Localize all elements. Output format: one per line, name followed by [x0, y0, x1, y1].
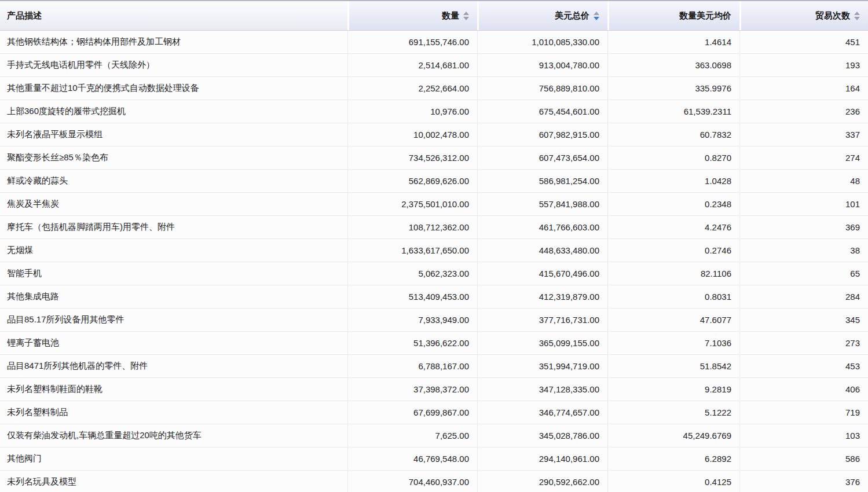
sort-desc-icon[interactable]: [463, 17, 469, 20]
cell-product-description: 未列名塑料制品: [0, 401, 347, 424]
cell-usd-total: 294,140,961.00: [477, 447, 607, 470]
cell-avg-unit-price: 1.4614: [607, 31, 739, 53]
cell-avg-unit-price: 47.6077: [607, 309, 739, 331]
cell-avg-unit-price: 9.2819: [607, 378, 739, 401]
table-row: 品目85.17所列设备用其他零件 7,933,949.00 377,716,73…: [0, 309, 868, 332]
cell-product-description: 鲜或冷藏的蒜头: [0, 170, 347, 192]
cell-quantity: 67,699,867.00: [347, 401, 477, 424]
column-header-label: 贸易次数: [815, 10, 850, 21]
table-row: 其他钢铁结构体；钢结构体用部件及加工钢材 691,155,746.00 1,01…: [0, 31, 868, 54]
cell-product-description: 焦炭及半焦炭: [0, 193, 347, 215]
cell-product-description: 其他集成电路: [0, 285, 347, 308]
cell-avg-unit-price: 45,249.6769: [607, 424, 739, 447]
table-row: 摩托车（包括机器脚踏两用车)用零件、附件 108,712,362.00 461,…: [0, 216, 868, 239]
cell-product-description: 锂离子蓄电池: [0, 332, 347, 354]
sort-desc-icon[interactable]: [854, 17, 860, 20]
cell-trade-count: 38: [739, 239, 868, 262]
sort-desc-icon[interactable]: [594, 17, 599, 20]
cell-product-description: 未列名玩具及模型: [0, 471, 347, 492]
table-header-row: 产品描述 数量 美元总价 数量美元均价 贸易次数: [0, 0, 868, 31]
cell-usd-total: 351,994,719.00: [477, 355, 607, 377]
cell-trade-count: 719: [739, 401, 868, 424]
cell-trade-count: 376: [739, 471, 868, 492]
table-row: 锂离子蓄电池 51,396,622.00 365,099,155.00 7.10…: [0, 332, 868, 355]
column-header-product-description: 产品描述: [0, 1, 347, 30]
table-row: 无烟煤 1,633,617,650.00 448,633,480.00 0.27…: [0, 239, 868, 262]
sort-icon[interactable]: [463, 12, 469, 20]
table-row: 其他集成电路 513,409,453.00 412,319,879.00 0.8…: [0, 285, 868, 309]
cell-usd-total: 365,099,155.00: [477, 332, 607, 354]
table-row: 手持式无线电话机用零件（天线除外） 2,514,681.00 913,004,7…: [0, 54, 868, 77]
cell-avg-unit-price: 60.7832: [607, 123, 739, 146]
cell-trade-count: 406: [739, 378, 868, 401]
sort-asc-icon[interactable]: [854, 12, 860, 15]
cell-usd-total: 557,841,988.00: [477, 193, 607, 215]
cell-avg-unit-price: 0.2746: [607, 239, 739, 262]
cell-quantity: 2,252,664.00: [347, 77, 477, 100]
column-header-label: 数量美元均价: [679, 10, 731, 21]
cell-product-description: 品目85.17所列设备用其他零件: [0, 309, 347, 331]
cell-trade-count: 284: [739, 285, 868, 308]
table-row: 智能手机 5,062,323.00 415,670,496.00 82.1106…: [0, 262, 868, 285]
cell-avg-unit-price: 335.9976: [607, 77, 739, 100]
table-row: 未列名液晶平板显示模组 10,002,478.00 607,982,915.00…: [0, 123, 868, 146]
sort-asc-icon[interactable]: [463, 12, 469, 15]
cell-quantity: 37,398,372.00: [347, 378, 477, 401]
cell-product-description: 未列名塑料制鞋面的鞋靴: [0, 378, 347, 401]
column-header-trade-count[interactable]: 贸易次数: [739, 1, 868, 30]
cell-usd-total: 377,716,731.00: [477, 309, 607, 331]
table-row: 其他阀门 46,769,548.00 294,140,961.00 6.2892…: [0, 447, 868, 471]
cell-quantity: 734,526,312.00: [347, 146, 477, 169]
cell-avg-unit-price: 82.1106: [607, 262, 739, 285]
cell-quantity: 7,625.00: [347, 424, 477, 447]
cell-trade-count: 453: [739, 355, 868, 377]
column-header-label: 数量: [442, 10, 459, 21]
cell-usd-total: 412,319,879.00: [477, 285, 607, 308]
cell-avg-unit-price: 5.1222: [607, 401, 739, 424]
cell-trade-count: 103: [739, 424, 868, 447]
cell-trade-count: 65: [739, 262, 868, 285]
cell-product-description: 其他钢铁结构体；钢结构体用部件及加工钢材: [0, 31, 347, 53]
cell-trade-count: 48: [739, 170, 868, 192]
cell-usd-total: 756,889,810.00: [477, 77, 607, 100]
sort-icon[interactable]: [854, 12, 860, 20]
cell-trade-count: 236: [739, 100, 868, 123]
sort-icon[interactable]: [594, 12, 599, 20]
table-row: 未列名玩具及模型 704,460,937.00 290,592,662.00 0…: [0, 471, 868, 492]
cell-quantity: 6,788,167.00: [347, 355, 477, 377]
cell-trade-count: 369: [739, 216, 868, 238]
cell-avg-unit-price: 0.4125: [607, 471, 739, 492]
cell-avg-unit-price: 0.8031: [607, 285, 739, 308]
cell-avg-unit-price: 61,539.2311: [607, 100, 739, 123]
sort-asc-icon[interactable]: [594, 12, 599, 15]
cell-usd-total: 347,128,335.00: [477, 378, 607, 401]
column-header-label: 产品描述: [7, 10, 42, 21]
cell-quantity: 5,062,323.00: [347, 262, 477, 285]
cell-trade-count: 193: [739, 54, 868, 76]
cell-usd-total: 461,766,603.00: [477, 216, 607, 238]
cell-avg-unit-price: 0.8270: [607, 146, 739, 169]
column-header-avg-unit-price: 数量美元均价: [607, 1, 739, 30]
cell-trade-count: 345: [739, 309, 868, 331]
table-row: 上部360度旋转的履带式挖掘机 10,976.00 675,454,601.00…: [0, 100, 868, 123]
cell-trade-count: 337: [739, 123, 868, 146]
cell-product-description: 其他重量不超过10千克的便携式自动数据处理设备: [0, 77, 347, 100]
cell-usd-total: 675,454,601.00: [477, 100, 607, 123]
cell-quantity: 46,769,548.00: [347, 447, 477, 470]
cell-product-description: 仅装有柴油发动机,车辆总重量超过20吨的其他货车: [0, 424, 347, 447]
cell-avg-unit-price: 0.2348: [607, 193, 739, 215]
column-header-usd-total[interactable]: 美元总价: [477, 1, 607, 30]
cell-avg-unit-price: 4.2476: [607, 216, 739, 238]
cell-trade-count: 451: [739, 31, 868, 53]
cell-quantity: 10,002,478.00: [347, 123, 477, 146]
cell-usd-total: 607,982,915.00: [477, 123, 607, 146]
cell-product-description: 上部360度旋转的履带式挖掘机: [0, 100, 347, 123]
cell-trade-count: 273: [739, 332, 868, 354]
column-header-quantity[interactable]: 数量: [347, 1, 477, 30]
cell-quantity: 704,460,937.00: [347, 471, 477, 492]
cell-product-description: 未列名液晶平板显示模组: [0, 123, 347, 146]
cell-avg-unit-price: 51.8542: [607, 355, 739, 377]
cell-quantity: 562,869,626.00: [347, 170, 477, 192]
table-row: 其他重量不超过10千克的便携式自动数据处理设备 2,252,664.00 756…: [0, 77, 868, 100]
cell-avg-unit-price: 6.2892: [607, 447, 739, 470]
